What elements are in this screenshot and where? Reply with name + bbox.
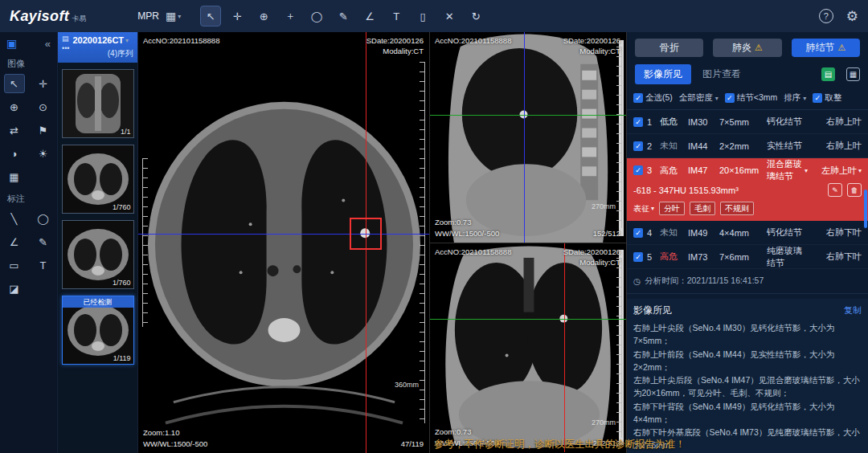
pan-tool-button[interactable]: ✛ xyxy=(33,74,54,93)
brightness-tool-button[interactable]: ☀ xyxy=(33,144,54,163)
tab-findings[interactable]: 影像所见 xyxy=(635,64,691,84)
angle-tool-button[interactable]: ∠ xyxy=(359,6,380,27)
pencil-tool-button[interactable]: ✎ xyxy=(33,232,54,251)
contrast-tool-button[interactable]: ◑ xyxy=(4,144,25,163)
checkbox-icon xyxy=(633,93,643,103)
nodule-checkbox[interactable] xyxy=(633,141,643,151)
angle-icon: ∠ xyxy=(365,10,375,22)
ellipse-tool-button[interactable]: ◯ xyxy=(306,6,327,27)
settings-button[interactable]: ⚙ xyxy=(846,8,858,25)
nodule-size: 20×16mm xyxy=(719,165,763,175)
clear-tool-button[interactable]: ✕ xyxy=(439,6,460,27)
delete-nodule-button[interactable]: 🗑 xyxy=(847,183,862,197)
reset-tool-button[interactable]: ↻ xyxy=(465,6,486,27)
cursor-tool-button[interactable]: ↖ xyxy=(4,74,25,93)
lung-nodule-button[interactable]: 肺结节 ⚠ xyxy=(792,39,860,57)
nodule-checkbox[interactable] xyxy=(633,228,643,238)
flip-tool-button[interactable]: ⇄ xyxy=(4,120,25,140)
text-tool-button[interactable]: T xyxy=(33,255,54,275)
small-nodule-checkbox[interactable]: 结节<3mm xyxy=(725,92,777,104)
line-tool-button[interactable]: ╲ xyxy=(4,209,25,228)
nodule-detection-box[interactable] xyxy=(350,218,382,250)
series-menu-icon[interactable]: ▤ xyxy=(62,35,69,43)
mpr-reference-line-horizontal[interactable] xyxy=(430,115,626,116)
collapse-panel-button[interactable]: « xyxy=(45,38,51,50)
tab-image-view[interactable]: 图片查看 xyxy=(702,67,741,81)
probe-tool-button[interactable]: ＋ xyxy=(280,6,301,27)
angle-tool-button[interactable]: ∠ xyxy=(4,232,25,251)
eraser-tool-button[interactable]: ◪ xyxy=(4,279,25,298)
fracture-button[interactable]: 骨折 xyxy=(635,39,703,57)
magnify-tool-button[interactable]: ⊙ xyxy=(33,97,54,116)
edit-nodule-button[interactable]: ✎ xyxy=(828,183,842,197)
help-button[interactable]: ? xyxy=(819,9,833,23)
contrast-icon: ◑ xyxy=(11,148,18,160)
modality-label: Modality:CT xyxy=(563,257,620,267)
feature-chip[interactable]: 不规则 xyxy=(720,202,754,215)
nodule-row[interactable]: 1 低危 IM30 7×5mm 钙化结节 右肺上叶 xyxy=(627,110,868,134)
cursor-icon: ↖ xyxy=(10,78,18,90)
mpr-label[interactable]: MPR xyxy=(137,10,159,22)
nodule-checkbox[interactable] xyxy=(633,117,643,127)
nodule-number: 3 xyxy=(647,165,656,175)
coronal-viewport[interactable]: AccNO:202101158888 SDate:20200126 Modali… xyxy=(430,243,626,452)
cursor-tool-button[interactable]: ↖ xyxy=(200,6,221,27)
mpr-reference-line-horizontal[interactable] xyxy=(430,319,626,320)
series-thumbnail-detected[interactable]: 已经检测 1/119 xyxy=(62,296,134,365)
nodule-row[interactable]: 4 未知 IM49 4×4mm 钙化结节 右肺下叶 xyxy=(627,221,868,245)
mpr-reference-line-vertical[interactable] xyxy=(564,243,565,452)
select-all-checkbox[interactable]: 全选(5) xyxy=(633,92,673,104)
feature-chip[interactable]: 分叶 xyxy=(659,202,685,215)
risk-level: 高危 xyxy=(660,251,684,263)
pan-tool-button[interactable]: ✛ xyxy=(227,6,248,27)
sort-dropdown[interactable]: 排序 ▾ xyxy=(784,92,806,104)
mpr-reference-line-horizontal[interactable] xyxy=(138,234,429,235)
nodule-row[interactable]: 2 未知 IM44 2×2mm 实性结节 右肺上叶 xyxy=(627,134,868,158)
axial-viewport[interactable]: AccNO:202101158888 SDate:20200126 Modali… xyxy=(138,32,430,453)
more-icon[interactable]: ••• xyxy=(62,45,69,52)
density-dropdown[interactable]: 全部密度 ▾ xyxy=(679,92,719,104)
pencil-tool-button[interactable]: ✎ xyxy=(333,6,354,27)
nodule-location: 右肺下叶 xyxy=(812,251,862,263)
nodule-row[interactable]: 5 高危 IM73 7×6mm 纯磨玻璃结节 右肺下叶 xyxy=(627,245,868,269)
copy-findings-button[interactable]: 复制 xyxy=(844,304,862,316)
rectangle-tool-button[interactable]: ▭ xyxy=(4,255,25,275)
nodule-location-dropdown[interactable]: 左肺上叶 ▾ xyxy=(812,165,862,177)
series-list-icon[interactable]: ▣ xyxy=(6,37,17,50)
zoom-tool-button[interactable]: ⊕ xyxy=(4,97,25,116)
mpr-reference-line-vertical[interactable] xyxy=(524,32,525,243)
series-thumbnail-axial[interactable]: 1/760 xyxy=(62,220,134,289)
sagittal-viewport[interactable]: AccNO:202101158888 SDate:20200126 Modali… xyxy=(430,32,626,243)
gallery-icon[interactable]: ▦ xyxy=(846,67,860,81)
round-checkbox[interactable]: 取整 xyxy=(813,92,841,104)
chevron-down-icon: ▾ xyxy=(858,167,862,174)
ellipse-tool-button[interactable]: ◯ xyxy=(33,209,54,228)
window-info-label: Zoom:0.73 WW/WL:1500/-500 xyxy=(435,217,499,239)
ai-panel: 骨折 肺炎 ⚠ 肺结节 ⚠ 影像所见 图片查看 ▤ ▦ xyxy=(627,32,868,453)
mpr-column: AccNO:202101158888 SDate:20200126 Modali… xyxy=(430,32,627,453)
nodule-row-selected[interactable]: 3 高危 IM47 20×16mm 混合磨玻璃结节 ▾ 左肺上叶 ▾ xyxy=(627,158,868,221)
report-icon[interactable]: ▤ xyxy=(821,67,835,81)
logo-cn-text: 卡易 xyxy=(72,14,86,24)
series-thumbnail-scout[interactable]: 1/1 xyxy=(62,69,134,138)
scale-ruler xyxy=(616,47,622,227)
zoom-tool-button[interactable]: ⊕ xyxy=(253,6,274,27)
nodule-checkbox[interactable] xyxy=(633,165,643,175)
text-tool-button[interactable]: T xyxy=(386,6,407,27)
nodule-type-dropdown[interactable]: 混合磨玻璃结节 ▾ xyxy=(767,158,808,182)
ruler-tool-button[interactable]: ▯ xyxy=(412,6,433,27)
feature-dropdown[interactable]: 表征 ▾ xyxy=(633,203,654,214)
layout-tool-button[interactable]: ▦ xyxy=(4,167,25,186)
nodule-checkbox[interactable] xyxy=(633,252,643,262)
brightness-icon: ☀ xyxy=(39,148,48,160)
feature-chip[interactable]: 毛刺 xyxy=(690,202,715,215)
series-thumbnail-axial[interactable]: 1/760 xyxy=(62,145,134,214)
flag-tool-button[interactable]: ⚑ xyxy=(33,120,54,140)
scrollbar-thumb[interactable] xyxy=(864,190,867,228)
layout-grid-button[interactable]: ▦ ▾ xyxy=(166,10,181,22)
chevron-down-icon: ▾ xyxy=(803,95,806,102)
study-header[interactable]: ▤ ••• 20200126CT ▾ (4)序列 xyxy=(58,32,137,63)
pneumonia-button[interactable]: 肺炎 ⚠ xyxy=(713,39,781,57)
topbar-right: ? ⚙ xyxy=(819,8,858,25)
ruler-icon: ▯ xyxy=(420,10,426,22)
